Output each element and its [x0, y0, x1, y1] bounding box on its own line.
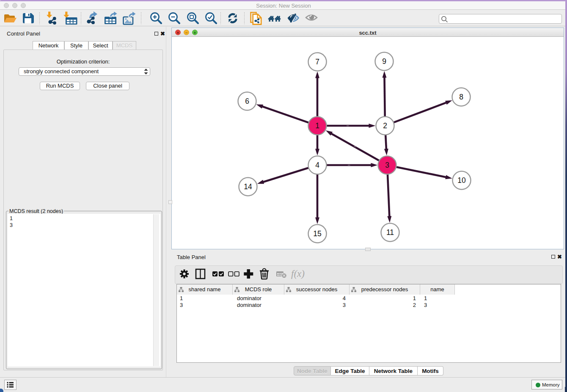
- svg-text:6: 6: [245, 97, 249, 105]
- svg-text:1: 1: [315, 121, 319, 130]
- svg-text:11: 11: [386, 228, 394, 237]
- svg-text:14: 14: [244, 182, 252, 191]
- svg-text:9: 9: [382, 57, 386, 66]
- svg-text:15: 15: [313, 229, 321, 238]
- svg-text:f(x): f(x): [291, 268, 305, 279]
- svg-text:4: 4: [315, 161, 319, 169]
- svg-text:7: 7: [315, 58, 319, 66]
- svg-text:3: 3: [385, 161, 389, 169]
- svg-text:10: 10: [457, 176, 466, 185]
- svg-text:2: 2: [383, 121, 387, 130]
- svg-text:8: 8: [459, 93, 463, 101]
